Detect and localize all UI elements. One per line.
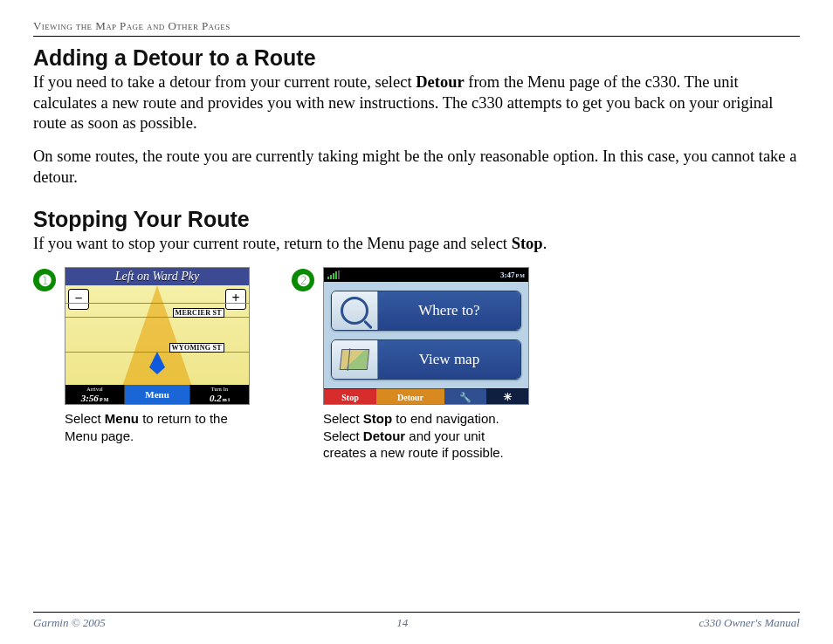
body-paragraph: If you want to stop your current route, … xyxy=(33,234,800,255)
magnifier-icon xyxy=(332,291,378,330)
page-footer: Garmin © 2005 14 c330 Owner's Manual xyxy=(33,612,800,630)
zoom-out-button[interactable]: − xyxy=(68,289,89,310)
status-bar: 3:47P M xyxy=(324,268,528,282)
section-heading-stop: Stopping Your Route xyxy=(33,207,800,232)
turn-unit: m i xyxy=(223,397,230,402)
footer-left: Garmin © 2005 xyxy=(33,616,106,630)
menu-label: Menu xyxy=(145,389,169,400)
road-label: MERCIER ST xyxy=(173,308,224,318)
text: . xyxy=(543,235,547,252)
signal-icon xyxy=(327,271,340,279)
detour-button[interactable]: Detour xyxy=(376,388,444,405)
road-label: WYOMING ST xyxy=(169,343,224,353)
section-heading-detour: Adding a Detour to a Route xyxy=(33,45,800,71)
figure-caption-2: Select Stop to end navigation. Select De… xyxy=(323,410,527,462)
arrival-label: Arrival xyxy=(86,387,103,393)
vehicle-icon xyxy=(149,352,165,367)
map-direction-bar: Left on Ward Pky xyxy=(65,268,249,286)
text: If you need to take a detour from your c… xyxy=(33,73,416,91)
stop-button[interactable]: Stop xyxy=(324,388,376,405)
turn-label: Turn In xyxy=(211,387,228,393)
turn-distance: 0.2 xyxy=(210,393,222,403)
figure-1-column: Left on Ward Pky − + MERCIER ST WYOMING … xyxy=(65,267,250,444)
step-badge-1: ➊ xyxy=(33,269,56,291)
footer-right: c330 Owner's Manual xyxy=(699,616,800,630)
bold-term: Detour xyxy=(416,73,464,91)
clock-time: 3:47 xyxy=(500,271,515,279)
menu-screenshot: 3:47P M Where to? View map Stop Detour � xyxy=(323,267,529,405)
where-to-label: Where to? xyxy=(378,291,520,330)
footer-page-number: 14 xyxy=(396,616,408,630)
zoom-in-button[interactable]: + xyxy=(225,289,246,310)
turn-panel[interactable]: Turn In 0.2m i xyxy=(190,385,249,404)
figure-step-2: ➋ 3:47P M Where to? View map xyxy=(292,267,529,462)
menu-body: Where to? View map xyxy=(324,282,528,388)
road-line xyxy=(65,303,249,304)
view-map-label: View map xyxy=(378,340,520,379)
body-paragraph: If you need to take a detour from your c… xyxy=(33,72,800,134)
body-paragraph: On some routes, the route you are curren… xyxy=(33,147,800,188)
map-screenshot: Left on Ward Pky − + MERCIER ST WYOMING … xyxy=(65,267,250,405)
view-map-button[interactable]: View map xyxy=(331,339,521,380)
text: Select xyxy=(65,411,105,426)
map-icon xyxy=(332,340,378,379)
arrival-time: 3:56 xyxy=(81,393,99,403)
bold-term: Detour xyxy=(363,428,405,443)
clock-unit: P M xyxy=(516,273,526,278)
brightness-button[interactable]: ☀ xyxy=(486,388,528,405)
figure-row: ➊ Left on Ward Pky − + MERCIER ST WYOMIN… xyxy=(33,267,800,462)
figure-step-1: ➊ Left on Ward Pky − + MERCIER ST WYOMIN… xyxy=(33,267,250,462)
figure-2-column: 3:47P M Where to? View map Stop Detour � xyxy=(323,267,529,462)
map-bottom-bar: Arrival 3:56P M Menu Turn In 0.2m i xyxy=(65,385,249,404)
settings-button[interactable]: 🔧 xyxy=(444,388,486,405)
bold-term: Stop xyxy=(363,411,392,426)
where-to-button[interactable]: Where to? xyxy=(331,291,521,331)
bold-term: Stop xyxy=(512,235,543,252)
arrival-unit: P M xyxy=(100,397,109,402)
text: If you want to stop your current route, … xyxy=(33,235,512,252)
menu-bottom-bar: Stop Detour 🔧 ☀ xyxy=(324,388,528,404)
arrival-panel[interactable]: Arrival 3:56P M xyxy=(65,385,125,404)
menu-button[interactable]: Menu xyxy=(125,385,190,404)
figure-caption-1: Select Menu to return to the Menu page. xyxy=(65,410,248,444)
text: Select xyxy=(323,411,363,426)
bold-term: Menu xyxy=(105,411,139,426)
step-badge-2: ➋ xyxy=(292,269,314,291)
page-header: Viewing the Map Page and Other Pages xyxy=(33,19,800,37)
